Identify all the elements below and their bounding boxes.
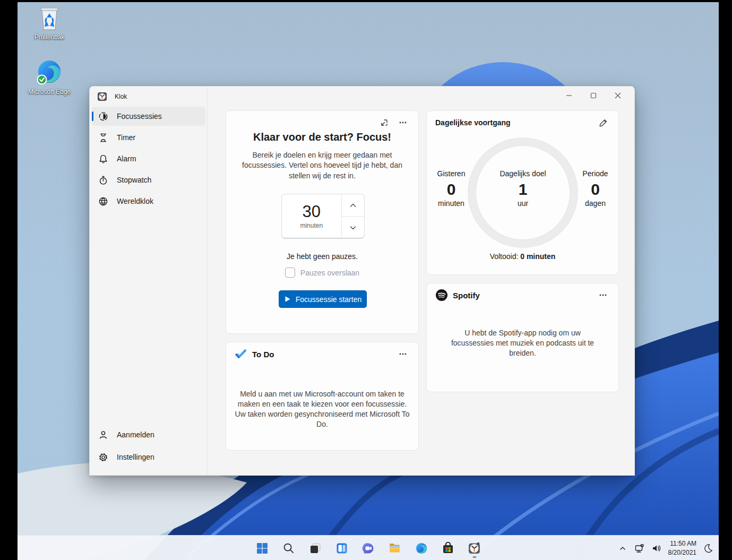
more-icon[interactable] [596, 288, 610, 302]
minimize-button[interactable] [557, 87, 581, 105]
stat-gisteren: Gisteren 0 minuten [427, 169, 476, 208]
todo-card-title: To Do [252, 350, 274, 359]
completed-value: 0 minuten [520, 252, 555, 261]
duration-increase-button[interactable] [342, 194, 364, 217]
stopwatch-icon [98, 175, 108, 185]
completed-label: Voltooid: [490, 252, 519, 261]
sidebar-item-label: Wereldklok [117, 197, 153, 205]
skip-breaks-checkbox[interactable] [285, 268, 295, 278]
clock-app-window: Klok Focussessies [89, 86, 635, 476]
chat-icon[interactable] [358, 538, 378, 559]
spotify-card: Spotify U hebt de Spotify-app nodig om u… [426, 283, 619, 392]
duration-decrease-button[interactable] [342, 217, 364, 238]
sidebar-item-label: Instellingen [117, 453, 154, 461]
spotify-icon [435, 289, 448, 301]
popout-icon[interactable] [377, 116, 391, 130]
alarm-icon [98, 154, 108, 164]
edge-taskbar-icon[interactable] [411, 538, 432, 559]
recycle-bin-icon [36, 5, 63, 32]
stat-value: 0 [427, 180, 476, 198]
stat-unit: uur [486, 199, 560, 208]
focus-card-title: Klaar voor de start? Focus! [226, 131, 418, 143]
stat-value: 1 [486, 180, 560, 198]
app-title: Klok [115, 93, 127, 100]
focus-assist-moon-icon[interactable] [701, 539, 716, 557]
tray-date: 8/20/2021 [668, 548, 696, 557]
stat-value: 0 [571, 180, 619, 198]
skip-breaks-label: Pauzes overslaan [300, 269, 359, 277]
duration-unit: minuten [300, 222, 323, 229]
sidebar-item-label: Focussessies [117, 112, 162, 120]
sidebar-item-instellingen[interactable]: Instellingen [92, 447, 205, 467]
person-icon [98, 430, 108, 440]
stat-label: Periode [571, 169, 619, 178]
search-icon[interactable] [279, 538, 299, 559]
focus-card-description: Bereik je doelen en krijg meer gedaan me… [238, 150, 407, 181]
close-button[interactable] [606, 87, 630, 105]
tray-time: 11:50 AM [668, 539, 696, 548]
window-controls [557, 87, 630, 106]
timer-icon [98, 133, 108, 143]
sidebar-item-wereldklok[interactable]: Wereldklok [92, 192, 205, 211]
tray-clock[interactable]: 11:50 AM 8/20/2021 [666, 539, 699, 556]
stat-unit: dagen [571, 199, 619, 208]
sidebar-item-label: Aanmelden [117, 430, 154, 439]
desktop-icon-label: Prullenbak [35, 34, 65, 41]
breaks-note: Je hebt geen pauzes. [226, 252, 418, 261]
stat-label: Gisteren [427, 169, 476, 178]
network-icon[interactable] [632, 539, 647, 557]
daily-progress-card: Dagelijkse voortgang Gisteren 0 minuten [426, 110, 619, 275]
sidebar: Klok Focussessies [90, 87, 208, 475]
store-icon[interactable] [438, 538, 458, 559]
sidebar-item-label: Timer [117, 133, 135, 142]
sidebar-item-alarm[interactable]: Alarm [92, 149, 205, 168]
sidebar-item-focussessies[interactable]: Focussessies [92, 107, 205, 126]
edit-icon[interactable] [596, 116, 610, 130]
todo-icon [235, 348, 247, 360]
stat-periode: Periode 0 dagen [571, 169, 619, 208]
focus-session-card: Klaar voor de start? Focus! Bereik je do… [226, 110, 419, 334]
more-icon[interactable] [396, 347, 410, 361]
focus-sessions-icon [98, 111, 108, 122]
duration-value: 30 [303, 203, 321, 220]
tray-chevron-up-icon[interactable] [615, 539, 630, 557]
duration-stepper[interactable]: 30 minuten [281, 194, 365, 239]
todo-card-description: Meld u aan met uw Microsoft-account om t… [235, 389, 410, 429]
start-button[interactable] [252, 538, 272, 559]
more-icon[interactable] [396, 116, 410, 130]
edge-icon [36, 59, 63, 87]
widgets-icon[interactable] [332, 538, 352, 559]
maximize-button[interactable] [581, 87, 606, 105]
sidebar-item-aanmelden[interactable]: Aanmelden [92, 425, 205, 444]
clock-app-icon [97, 91, 107, 101]
play-icon [284, 296, 291, 303]
volume-icon[interactable] [649, 539, 664, 557]
start-focus-session-button[interactable]: Focussessie starten [279, 290, 367, 308]
sidebar-item-label: Stopwatch [117, 176, 151, 184]
stat-dagelijks-doel: Dagelijks doel 1 uur [486, 169, 560, 208]
settings-icon [98, 452, 108, 462]
spotify-card-description: U hebt de Spotify-app nodig om uw focuss… [448, 328, 597, 358]
progress-card-title: Dagelijkse voortgang [435, 118, 511, 127]
desktop: Prullenbak Microsoft Edge [18, 2, 719, 560]
spotify-card-title: Spotify [453, 291, 480, 300]
desktop-icon-edge[interactable]: Microsoft Edge [25, 59, 73, 96]
stat-label: Dagelijks doel [486, 169, 560, 178]
completed-line: Voltooid: 0 minuten [427, 252, 618, 261]
world-clock-icon [98, 196, 108, 206]
taskbar: 11:50 AM 8/20/2021 [18, 535, 719, 560]
sidebar-item-stopwatch[interactable]: Stopwatch [92, 170, 205, 189]
todo-card: To Do Meld u aan met uw Microsoft-accoun… [226, 342, 419, 451]
file-explorer-icon[interactable] [385, 538, 405, 559]
start-button-label: Focussessie starten [296, 295, 362, 304]
desktop-icon-label: Microsoft Edge [28, 89, 71, 96]
stat-unit: minuten [427, 199, 476, 208]
clock-taskbar-icon[interactable] [464, 538, 485, 559]
task-view-icon[interactable] [305, 538, 325, 559]
sidebar-item-label: Alarm [117, 154, 136, 163]
desktop-icon-recycle-bin[interactable]: Prullenbak [25, 5, 73, 41]
sidebar-item-timer[interactable]: Timer [92, 128, 205, 147]
